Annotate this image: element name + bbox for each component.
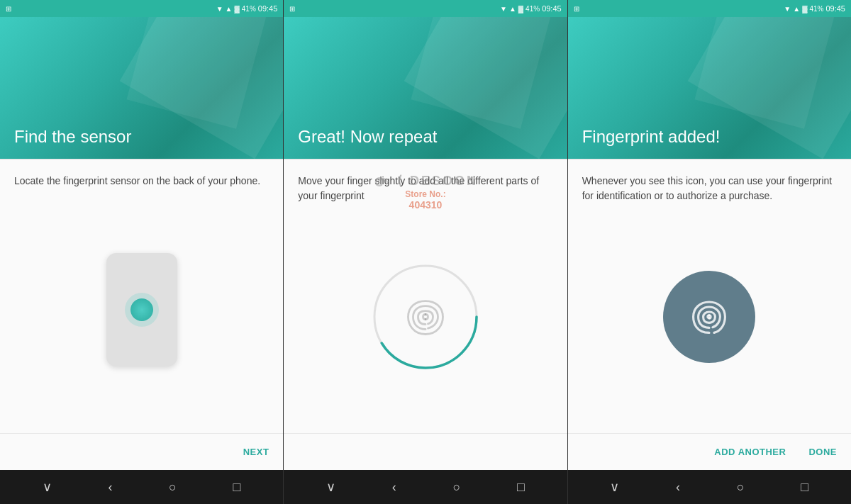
- wifi-icon-1: ▼: [216, 5, 223, 13]
- signal-icon-1: ▲: [226, 5, 233, 13]
- description-2: Move your finger slightly to add all the…: [298, 174, 552, 203]
- battery-icon-1: ▓: [234, 5, 239, 13]
- signal-icon-2: ▲: [509, 5, 516, 13]
- phone-graphic: [106, 253, 177, 366]
- nav-home-2[interactable]: ○: [444, 477, 469, 498]
- nav-recents-2[interactable]: □: [508, 477, 533, 498]
- fingerprint-icon-solid: [684, 292, 734, 342]
- fingerprint-solid-circle: [663, 271, 755, 363]
- illustration-2: [298, 215, 552, 419]
- footer-1: NEXT: [0, 433, 283, 470]
- header-2: Great! Now repeat: [284, 17, 567, 159]
- nav-home-3[interactable]: ○: [728, 477, 753, 498]
- illustration-3: [582, 215, 837, 419]
- nav-bar-1: ∨ ‹ ○ □: [0, 470, 283, 504]
- time-2: 09:45: [542, 4, 562, 13]
- status-bar-2: ⊞ ▼ ▲ ▓ 41% 09:45: [284, 0, 567, 17]
- nav-bar-3: ∨ ‹ ○ □: [568, 470, 851, 504]
- screen2-title: Great! Now repeat: [298, 125, 437, 147]
- gallery-icon: ⊞: [6, 5, 11, 13]
- next-button[interactable]: NEXT: [240, 441, 272, 463]
- gallery-icon-2: ⊞: [289, 5, 295, 13]
- screen-great-repeat: ⊞ ▼ ▲ ▓ 41% 09:45 Great! Now repeat Move…: [284, 0, 567, 504]
- nav-recents-1[interactable]: □: [225, 477, 250, 498]
- battery-percent-3: 41%: [809, 5, 823, 13]
- screen3-title: Fingerprint added!: [582, 125, 721, 147]
- gallery-icon-3: ⊞: [574, 5, 579, 13]
- description-1: Locate the fingerprint sensor on the bac…: [14, 174, 269, 189]
- nav-back-1[interactable]: ‹: [99, 477, 121, 498]
- nav-down-2[interactable]: ∨: [318, 476, 344, 498]
- time-1: 09:45: [258, 4, 278, 13]
- illustration-1: [14, 200, 269, 419]
- battery-icon-2: ▓: [518, 5, 523, 13]
- status-bar-1: ⊞ ▼ ▲ ▓ 41% 09:45: [0, 0, 283, 17]
- nav-home-1[interactable]: ○: [160, 477, 185, 498]
- fingerprint-circle-container: [369, 260, 482, 374]
- screen1-title: Find the sensor: [14, 125, 131, 147]
- add-another-button[interactable]: ADD ANOTHER: [711, 441, 789, 463]
- screen-fingerprint-added: ⊞ ▼ ▲ ▓ 41% 09:45 Fingerprint added! Whe…: [568, 0, 851, 504]
- nav-back-2[interactable]: ‹: [384, 477, 405, 498]
- nav-back-3[interactable]: ‹: [667, 477, 689, 498]
- content-3: Whenever you see this icon, you can use …: [568, 159, 851, 433]
- battery-percent-2: 41%: [525, 5, 540, 13]
- status-bar-3: ⊞ ▼ ▲ ▓ 41% 09:45: [568, 0, 851, 17]
- sensor-dot: [130, 298, 153, 321]
- nav-recents-3[interactable]: □: [792, 477, 817, 498]
- screen-find-sensor: ⊞ ▼ ▲ ▓ 41% 09:45 Find the sensor Locate…: [0, 0, 284, 504]
- nav-down-1[interactable]: ∨: [34, 476, 60, 498]
- footer-3: ADD ANOTHER DONE: [568, 433, 851, 470]
- header-3: Fingerprint added!: [568, 17, 851, 159]
- content-2: Move your finger slightly to add all the…: [284, 159, 567, 433]
- signal-icon-3: ▲: [793, 5, 800, 13]
- battery-percent-1: 41%: [242, 5, 256, 13]
- done-button[interactable]: DONE: [806, 441, 840, 463]
- footer-2: [284, 433, 567, 470]
- description-3: Whenever you see this icon, you can use …: [582, 174, 837, 203]
- nav-bar-2: ∨ ‹ ○ □: [284, 470, 567, 504]
- nav-down-3[interactable]: ∨: [601, 476, 628, 498]
- wifi-icon-3: ▼: [784, 5, 791, 13]
- header-1: Find the sensor: [0, 17, 283, 159]
- progress-circle-svg: [369, 260, 482, 374]
- time-3: 09:45: [825, 4, 845, 13]
- wifi-icon-2: ▼: [500, 5, 507, 13]
- battery-icon-3: ▓: [802, 5, 807, 13]
- content-1: Locate the fingerprint sensor on the bac…: [0, 159, 283, 433]
